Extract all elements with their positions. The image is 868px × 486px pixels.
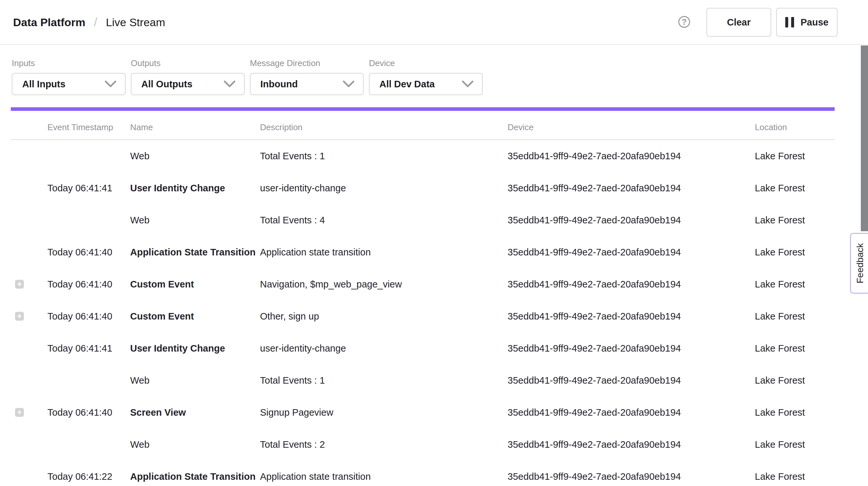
cell-name: Application State Transition bbox=[130, 471, 256, 482]
top-bar: Data Platform / Live Stream ? Clear Paus… bbox=[0, 0, 868, 45]
filter-group: Device All Dev Data bbox=[369, 58, 483, 95]
cell-description: Total Events : 1 bbox=[260, 375, 325, 386]
vertical-scrollbar-thumb[interactable] bbox=[861, 45, 868, 231]
chevron-down-icon bbox=[105, 81, 117, 88]
table-header: Event Timestamp Name Description Device … bbox=[0, 118, 868, 139]
filter-selected-value: All Inputs bbox=[22, 79, 65, 90]
table-row[interactable]: + Today 06:41:40 Custom Event Other, sig… bbox=[0, 300, 868, 332]
cell-location: Lake Forest bbox=[755, 343, 805, 354]
feedback-tab-label: Feedback bbox=[855, 243, 865, 283]
filter-dropdown[interactable]: All Inputs bbox=[12, 73, 126, 95]
filter-label: Device bbox=[369, 58, 483, 68]
cell-description: Other, sign up bbox=[260, 311, 319, 322]
page-title: Live Stream bbox=[106, 16, 165, 29]
cell-description: Signup Pageview bbox=[260, 407, 333, 418]
column-header-name: Name bbox=[130, 122, 153, 132]
breadcrumb-section[interactable]: Data Platform bbox=[13, 16, 85, 29]
cell-description: Navigation, $mp_web_page_view bbox=[260, 279, 402, 290]
cell-description: user-identity-change bbox=[260, 343, 346, 354]
filter-dropdown[interactable]: Inbound bbox=[250, 73, 364, 95]
pause-icon bbox=[785, 17, 794, 28]
cell-device: 35eddb41-9ff9-49e2-7aed-20afa90eb194 bbox=[507, 343, 681, 354]
cell-name: Custom Event bbox=[130, 311, 194, 322]
cell-device: 35eddb41-9ff9-49e2-7aed-20afa90eb194 bbox=[507, 215, 681, 226]
event-table-body: Web Total Events : 1 35eddb41-9ff9-49e2-… bbox=[0, 140, 868, 486]
table-row[interactable]: + Today 06:41:40 Screen View Signup Page… bbox=[0, 396, 868, 428]
feedback-tab[interactable]: Feedback bbox=[850, 233, 868, 294]
filter-group: Outputs All Outputs bbox=[131, 58, 245, 95]
cell-device: 35eddb41-9ff9-49e2-7aed-20afa90eb194 bbox=[507, 407, 681, 418]
filter-group: Message Direction Inbound bbox=[250, 58, 364, 95]
cell-device: 35eddb41-9ff9-49e2-7aed-20afa90eb194 bbox=[507, 375, 681, 386]
accent-bar bbox=[11, 107, 835, 111]
filter-dropdown[interactable]: All Dev Data bbox=[369, 73, 483, 95]
table-row[interactable]: Today 06:41:41 User Identity Change user… bbox=[0, 172, 868, 204]
help-icon[interactable]: ? bbox=[678, 16, 690, 28]
cell-name: Web bbox=[130, 375, 150, 386]
cell-name: Custom Event bbox=[130, 279, 194, 290]
cell-location: Lake Forest bbox=[755, 247, 805, 258]
cell-device: 35eddb41-9ff9-49e2-7aed-20afa90eb194 bbox=[507, 311, 681, 322]
live-stream-page: Data Platform / Live Stream ? Clear Paus… bbox=[0, 0, 868, 486]
filter-dropdown[interactable]: All Outputs bbox=[131, 73, 245, 95]
chevron-down-icon bbox=[462, 81, 473, 88]
table-row[interactable]: Today 06:41:41 User Identity Change user… bbox=[0, 332, 868, 364]
cell-location: Lake Forest bbox=[755, 183, 805, 193]
cell-location: Lake Forest bbox=[755, 439, 805, 450]
cell-event-timestamp: Today 06:41:41 bbox=[48, 183, 112, 193]
cell-name: User Identity Change bbox=[130, 183, 225, 193]
cell-event-timestamp: Today 06:41:40 bbox=[48, 279, 112, 290]
filter-selected-value: Inbound bbox=[260, 79, 298, 90]
cell-device: 35eddb41-9ff9-49e2-7aed-20afa90eb194 bbox=[507, 439, 681, 450]
chevron-down-icon bbox=[224, 81, 236, 88]
pause-button[interactable]: Pause bbox=[776, 8, 838, 37]
table-row[interactable]: Web Total Events : 4 35eddb41-9ff9-49e2-… bbox=[0, 204, 868, 236]
cell-device: 35eddb41-9ff9-49e2-7aed-20afa90eb194 bbox=[507, 471, 681, 482]
expand-row-button[interactable]: + bbox=[15, 280, 24, 289]
breadcrumb: Data Platform / Live Stream bbox=[13, 0, 165, 45]
cell-device: 35eddb41-9ff9-49e2-7aed-20afa90eb194 bbox=[507, 247, 681, 258]
cell-location: Lake Forest bbox=[755, 279, 805, 290]
cell-description: Total Events : 2 bbox=[260, 439, 325, 450]
cell-device: 35eddb41-9ff9-49e2-7aed-20afa90eb194 bbox=[507, 183, 681, 193]
cell-event-timestamp: Today 06:41:22 bbox=[48, 471, 112, 482]
cell-event-timestamp: Today 06:41:41 bbox=[48, 343, 112, 354]
cell-description: Total Events : 1 bbox=[260, 151, 325, 161]
cell-description: Total Events : 4 bbox=[260, 215, 325, 226]
filter-selected-value: All Outputs bbox=[141, 79, 192, 90]
breadcrumb-separator: / bbox=[94, 16, 97, 29]
clear-button[interactable]: Clear bbox=[707, 8, 771, 37]
cell-name: User Identity Change bbox=[130, 343, 225, 354]
expand-row-button[interactable]: + bbox=[15, 312, 24, 321]
table-row[interactable]: Today 06:41:22 Application State Transit… bbox=[0, 460, 868, 486]
cell-event-timestamp: Today 06:41:40 bbox=[48, 247, 112, 258]
filter-group: Inputs All Inputs bbox=[12, 58, 126, 95]
pause-button-label: Pause bbox=[801, 17, 829, 28]
filter-label: Message Direction bbox=[250, 58, 364, 68]
table-row[interactable]: Today 06:41:40 Application State Transit… bbox=[0, 236, 868, 268]
expand-row-button[interactable]: + bbox=[15, 408, 24, 417]
cell-location: Lake Forest bbox=[755, 375, 805, 386]
cell-description: Application state transition bbox=[260, 471, 371, 482]
table-row[interactable]: Web Total Events : 1 35eddb41-9ff9-49e2-… bbox=[0, 140, 868, 172]
cell-name: Application State Transition bbox=[130, 247, 256, 258]
cell-name: Web bbox=[130, 215, 150, 226]
column-header-location: Location bbox=[755, 122, 787, 132]
cell-event-timestamp: Today 06:41:40 bbox=[48, 311, 112, 322]
cell-name: Web bbox=[130, 151, 150, 161]
cell-location: Lake Forest bbox=[755, 151, 805, 161]
filter-label: Outputs bbox=[131, 58, 245, 68]
cell-event-timestamp: Today 06:41:40 bbox=[48, 407, 112, 418]
table-row[interactable]: Web Total Events : 2 35eddb41-9ff9-49e2-… bbox=[0, 428, 868, 460]
cell-name: Web bbox=[130, 439, 150, 450]
cell-device: 35eddb41-9ff9-49e2-7aed-20afa90eb194 bbox=[507, 279, 681, 290]
cell-name: Screen View bbox=[130, 407, 186, 418]
chevron-down-icon bbox=[343, 81, 354, 88]
cell-description: Application state transition bbox=[260, 247, 371, 258]
table-row[interactable]: Web Total Events : 1 35eddb41-9ff9-49e2-… bbox=[0, 364, 868, 396]
filter-label: Inputs bbox=[12, 58, 126, 68]
table-row[interactable]: + Today 06:41:40 Custom Event Navigation… bbox=[0, 268, 868, 300]
cell-location: Lake Forest bbox=[755, 215, 805, 226]
cell-device: 35eddb41-9ff9-49e2-7aed-20afa90eb194 bbox=[507, 151, 681, 161]
cell-location: Lake Forest bbox=[755, 471, 805, 482]
